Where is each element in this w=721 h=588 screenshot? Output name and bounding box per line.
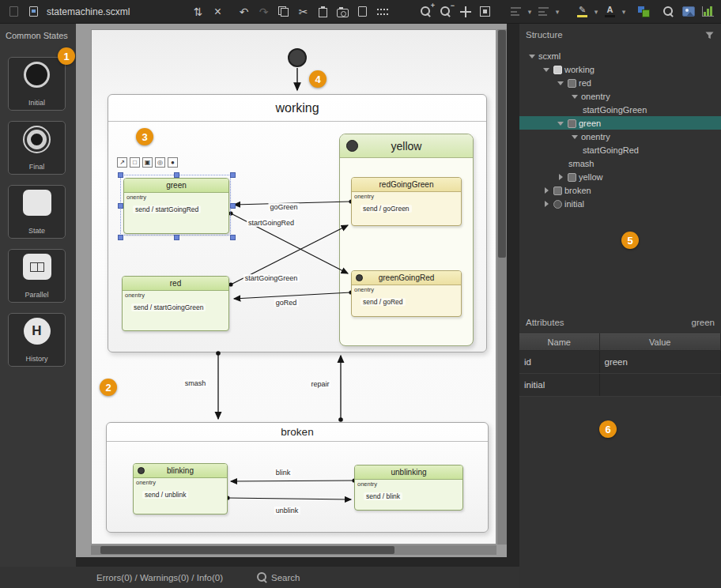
tree-item-smash[interactable]: smash xyxy=(519,156,721,170)
fill-color-dropdown-icon[interactable]: ▾ xyxy=(592,8,600,16)
fit-to-screen-icon[interactable] xyxy=(475,2,495,22)
send-action[interactable]: send / goGreen xyxy=(360,205,412,213)
expander-icon[interactable] xyxy=(540,198,553,210)
transition-label-startgoinggreen[interactable]: startGoingGreen xyxy=(243,274,300,282)
transition-tool-icon[interactable]: ↗ xyxy=(117,157,127,168)
undo-icon[interactable]: ↶ xyxy=(234,2,254,22)
send-action[interactable]: send / startGoingRed xyxy=(133,205,201,213)
expander-icon[interactable] xyxy=(540,63,553,76)
selection-handle[interactable] xyxy=(118,203,123,209)
adjust-dropdown-icon[interactable]: ▾ xyxy=(553,8,561,16)
state-green[interactable]: green onentry send / startGoingRed xyxy=(123,178,229,234)
pan-icon[interactable] xyxy=(455,2,475,22)
transition-label-gogreen[interactable]: goGreen xyxy=(268,203,299,211)
state-unblinking[interactable]: unblinking onentry send / blink xyxy=(354,465,463,511)
send-action[interactable]: send / startGoingGreen xyxy=(131,303,206,311)
state-tool-icon[interactable]: □ xyxy=(130,157,140,168)
selection-handle[interactable] xyxy=(230,172,236,178)
palette-item-state[interactable]: State xyxy=(8,185,66,239)
export-canvas-icon[interactable] xyxy=(353,2,372,22)
tree-item-onentry[interactable]: onentry xyxy=(519,130,721,143)
vertical-scrollbar-thumb[interactable] xyxy=(498,30,506,258)
palette-item-parallel[interactable]: Parallel xyxy=(8,249,66,303)
palette-item-initial[interactable]: Initial xyxy=(8,57,66,111)
diagram-page[interactable]: working yellow broken xyxy=(91,29,496,545)
tree-item-working[interactable]: working xyxy=(519,62,721,76)
vertical-scrollbar[interactable] xyxy=(497,29,507,545)
horizontal-scrollbar-thumb[interactable] xyxy=(100,546,394,554)
tree-item-red[interactable]: red xyxy=(519,76,721,89)
send-action[interactable]: send / goRed xyxy=(360,298,406,306)
final-tool-icon[interactable]: ◎ xyxy=(155,157,165,168)
align-dropdown-icon[interactable]: ▾ xyxy=(526,8,534,16)
palette-item-history[interactable]: H History xyxy=(8,313,66,367)
search-control[interactable]: Search xyxy=(256,571,300,583)
tree-item-green[interactable]: green xyxy=(519,116,721,130)
document-switcher-icon[interactable]: ⇅ xyxy=(188,2,208,22)
tree-item-initial[interactable]: initial xyxy=(519,197,721,210)
diagram-canvas[interactable]: working yellow broken xyxy=(76,24,519,557)
selection-handle[interactable] xyxy=(174,172,179,178)
redo-icon[interactable]: ↷ xyxy=(254,2,274,22)
search-icon[interactable] xyxy=(659,2,678,22)
initial-state-node[interactable] xyxy=(288,48,307,67)
selection-handle[interactable] xyxy=(230,203,236,209)
float-editor-icon[interactable] xyxy=(4,2,24,22)
zoom-in-icon[interactable]: + xyxy=(416,2,436,22)
send-tool-icon[interactable]: ▣ xyxy=(142,157,153,168)
state-greengoingred[interactable]: greenGoingRed onentry send / goRed xyxy=(351,270,462,317)
statistics-icon[interactable] xyxy=(698,2,718,22)
palette-item-label: State xyxy=(9,227,65,235)
expander-icon[interactable] xyxy=(568,130,581,143)
expander-icon[interactable] xyxy=(554,171,567,183)
paste-icon[interactable] xyxy=(313,2,333,22)
snap-grid-icon[interactable] xyxy=(372,2,392,22)
filter-icon[interactable] xyxy=(704,30,715,40)
expander-icon[interactable] xyxy=(526,50,538,62)
expander-icon[interactable] xyxy=(554,77,567,89)
expander-icon[interactable] xyxy=(540,184,553,197)
expander-icon[interactable] xyxy=(568,90,581,103)
export-image-icon[interactable] xyxy=(678,2,698,22)
canvas-splitter xyxy=(507,24,519,557)
attribute-value[interactable] xyxy=(599,374,721,397)
state-redgoinggreen[interactable]: redGoingGreen onentry send / goGreen xyxy=(351,177,462,226)
transition-label-startgoingred[interactable]: startGoingRed xyxy=(247,219,296,227)
text-color-dropdown-icon[interactable]: ▾ xyxy=(620,8,628,16)
expander-icon[interactable] xyxy=(554,117,567,130)
selection-handle[interactable] xyxy=(118,172,123,178)
zoom-out-icon[interactable]: − xyxy=(436,2,455,22)
tree-item-startgoinggreen[interactable]: startGoingGreen xyxy=(519,103,721,116)
transition-label-blink[interactable]: blink xyxy=(274,469,293,477)
send-action[interactable]: send / blink xyxy=(364,492,402,500)
align-states-icon[interactable] xyxy=(506,2,526,22)
attribute-value[interactable]: green xyxy=(599,351,721,374)
palette-item-final[interactable]: Final xyxy=(8,121,66,175)
screenshot-icon[interactable] xyxy=(333,2,353,22)
tree-item-startgoingred[interactable]: startGoingRed xyxy=(519,143,721,156)
cut-icon[interactable]: ✂ xyxy=(293,2,313,22)
fill-color-icon[interactable]: ✎ xyxy=(572,2,592,22)
state-red[interactable]: red onentry send / startGoingGreen xyxy=(122,276,229,331)
color-theme-icon[interactable] xyxy=(634,2,654,22)
initial-tool-icon[interactable]: ● xyxy=(168,157,178,168)
copy-icon[interactable] xyxy=(274,2,293,22)
transition-label-smash[interactable]: smash xyxy=(183,379,208,387)
tree-item-onentry[interactable]: onentry xyxy=(519,89,721,103)
tree-item-yellow[interactable]: yellow xyxy=(519,170,721,183)
issues-counter[interactable]: Errors(0) / Warnings(0) / Info(0) xyxy=(96,573,223,582)
text-color-icon[interactable]: A xyxy=(600,2,620,22)
selection-handle[interactable] xyxy=(118,235,123,240)
state-blinking[interactable]: blinking onentry send / unblink xyxy=(133,463,228,514)
horizontal-scrollbar[interactable] xyxy=(91,545,496,555)
send-action[interactable]: send / unblink xyxy=(142,491,188,499)
adjust-size-icon[interactable] xyxy=(534,2,553,22)
tree-item-broken[interactable]: broken xyxy=(519,183,721,197)
selection-handle[interactable] xyxy=(230,235,236,240)
selection-handle[interactable] xyxy=(174,235,179,240)
transition-label-gored[interactable]: goRed xyxy=(274,299,299,307)
close-document-icon[interactable]: × xyxy=(208,2,228,22)
transition-label-unblink[interactable]: unblink xyxy=(274,507,300,514)
transition-label-repair[interactable]: repair xyxy=(309,380,330,388)
tree-item-scxml[interactable]: scxml xyxy=(519,49,721,62)
